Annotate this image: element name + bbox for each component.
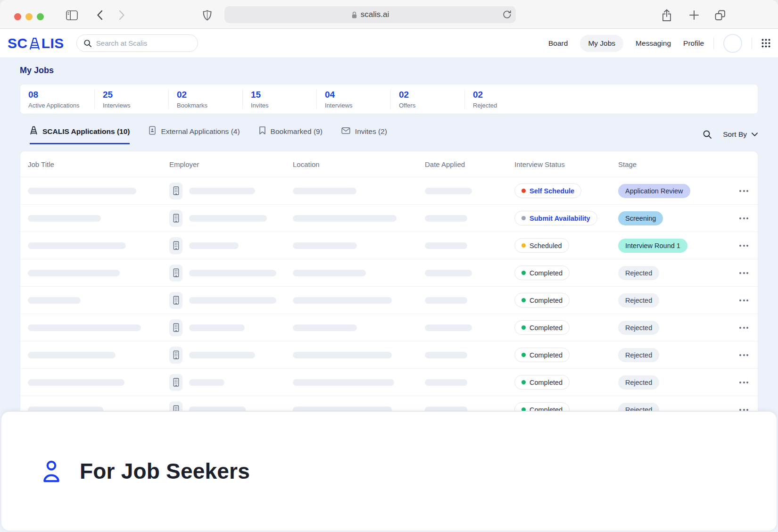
interview-status-badge: Completed [514, 293, 570, 308]
table-row[interactable]: Completed Rejected [20, 286, 758, 314]
nav-item-my-jobs[interactable]: My Jobs [580, 35, 623, 52]
logo-text-prefix: SC [8, 36, 28, 50]
scalis-logo[interactable]: SC LIS [8, 36, 64, 50]
row-actions-button[interactable] [737, 187, 750, 195]
job-title-placeholder [28, 352, 116, 358]
building-icon [169, 210, 182, 227]
nav-divider [713, 37, 714, 50]
stat-label: Interviews [103, 102, 168, 109]
tab-label: Invites (2) [355, 127, 387, 136]
tab-scalis-applications[interactable]: SCALIS Applications (10) [30, 126, 130, 144]
job-title-placeholder [28, 379, 124, 386]
tab-label: External Applications (4) [161, 127, 240, 136]
shield-icon[interactable] [201, 9, 213, 21]
location-placeholder [293, 379, 394, 386]
stage-badge: Interview Round 1 [618, 239, 687, 253]
stat-value: 15 [251, 90, 316, 100]
lock-icon [351, 11, 357, 19]
row-actions-button[interactable] [737, 269, 750, 277]
job-title-placeholder [28, 188, 136, 194]
nav-item-profile[interactable]: Profile [683, 35, 704, 52]
date-applied-placeholder [425, 215, 467, 222]
search-input[interactable] [96, 39, 191, 47]
search-icon [83, 39, 92, 48]
minimize-window-button[interactable] [25, 13, 33, 20]
location-placeholder [293, 297, 392, 304]
tab-bookmarked[interactable]: Bookmarked (9) [259, 126, 323, 144]
job-title-placeholder [28, 324, 141, 331]
table-row[interactable]: Submit Availability Screening [20, 204, 758, 232]
stat-bookmarks: 02Bookmarks [168, 89, 242, 109]
table-search-icon[interactable] [703, 130, 712, 139]
stat-label: Offers [399, 102, 464, 109]
employer-placeholder [189, 352, 255, 358]
stat-offers: 02Offers [390, 89, 464, 109]
applications-table: Job TitleEmployerLocationDate AppliedInt… [20, 151, 758, 411]
employer-placeholder [189, 215, 267, 222]
building-icon [169, 401, 182, 412]
nav-item-messaging[interactable]: Messaging [636, 35, 671, 52]
for-job-seekers-panel: For Job Seekers [1, 411, 777, 531]
bookmark-icon [259, 126, 266, 137]
table-row[interactable]: Completed Rejected [20, 396, 758, 411]
table-row[interactable]: Completed Rejected [20, 341, 758, 368]
column-header-stage: Stage [618, 160, 729, 168]
stat-value: 04 [325, 90, 390, 100]
column-header-interview-status: Interview Status [514, 160, 618, 168]
panel-title: For Job Seekers [80, 458, 250, 484]
row-actions-button[interactable] [737, 215, 750, 222]
row-actions-button[interactable] [737, 406, 750, 412]
zoom-window-button[interactable] [37, 13, 44, 20]
forward-button[interactable] [116, 9, 128, 21]
stat-value: 25 [103, 90, 168, 100]
apps-grid-icon[interactable] [761, 39, 770, 48]
tab-label: SCALIS Applications (10) [42, 127, 130, 136]
close-window-button[interactable] [14, 13, 21, 20]
table-row[interactable]: Self Schedule Application Review [20, 177, 758, 204]
sort-by-button[interactable]: Sort By [723, 130, 758, 139]
building-icon [169, 374, 182, 391]
global-search[interactable] [76, 34, 198, 52]
date-applied-placeholder [425, 297, 467, 304]
sidebar-toggle-icon[interactable] [66, 9, 78, 21]
back-button[interactable] [93, 9, 106, 21]
refresh-icon[interactable] [502, 9, 511, 19]
row-actions-button[interactable] [737, 242, 750, 249]
nav-divider [752, 37, 752, 50]
column-header-date-applied: Date Applied [425, 160, 514, 168]
date-applied-placeholder [425, 379, 467, 386]
table-row[interactable]: Completed Rejected [20, 259, 758, 286]
document-icon [149, 126, 156, 137]
date-applied-placeholder [425, 352, 467, 358]
column-header-location: Location [293, 160, 425, 168]
stat-label: Bookmarks [177, 102, 242, 109]
share-icon[interactable] [661, 9, 673, 21]
table-row[interactable]: Scheduled Interview Round 1 [20, 232, 758, 259]
row-actions-button[interactable] [737, 351, 750, 359]
date-applied-placeholder [425, 407, 467, 412]
stat-value: 08 [28, 90, 94, 100]
address-bar[interactable]: scalis.ai [224, 6, 516, 23]
location-placeholder [293, 215, 397, 222]
job-title-placeholder [28, 297, 81, 304]
avatar[interactable] [723, 34, 742, 53]
table-row[interactable]: Completed Rejected [20, 368, 758, 396]
tab-external-applications[interactable]: External Applications (4) [149, 126, 240, 144]
job-title-placeholder [28, 270, 120, 276]
row-actions-button[interactable] [737, 379, 750, 386]
nav-item-board[interactable]: Board [548, 35, 568, 52]
row-actions-button[interactable] [737, 297, 750, 304]
building-icon [169, 292, 182, 309]
person-icon [41, 458, 62, 484]
new-tab-icon[interactable] [688, 9, 700, 21]
stats-bar: 08Active Applications25Interviews02Bookm… [20, 84, 758, 114]
table-row[interactable]: Completed Rejected [20, 314, 758, 341]
stage-badge: Screening [618, 211, 663, 225]
location-placeholder [293, 352, 392, 358]
tab-overview-icon[interactable] [714, 9, 726, 21]
tab-invites[interactable]: Invites (2) [341, 126, 387, 144]
stat-active-applications: 08Active Applications [20, 89, 94, 109]
url-text: scalis.ai [361, 10, 389, 19]
row-actions-button[interactable] [737, 324, 750, 332]
date-applied-placeholder [425, 188, 472, 194]
